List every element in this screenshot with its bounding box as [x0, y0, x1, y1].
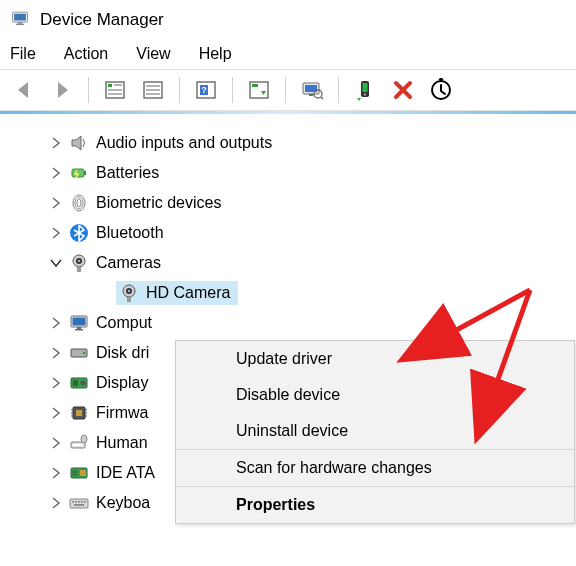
spacer: [96, 285, 112, 301]
tree-label: Disk dri: [96, 344, 149, 362]
svg-rect-43: [77, 327, 81, 329]
svg-rect-69: [78, 501, 80, 503]
disk-icon: [68, 342, 90, 364]
svg-rect-66: [70, 499, 88, 508]
svg-point-35: [78, 260, 80, 262]
update-driver-button[interactable]: [347, 74, 383, 106]
tree-label: Comput: [96, 314, 152, 332]
tree-node-audio[interactable]: Audio inputs and outputs: [0, 128, 576, 158]
svg-rect-71: [84, 501, 86, 503]
chevron-right-icon[interactable]: [48, 195, 64, 211]
tree-label: Audio inputs and outputs: [96, 134, 272, 152]
tree-node-computers[interactable]: Comput: [0, 308, 576, 338]
svg-point-46: [83, 352, 86, 355]
tree-label: HD Camera: [146, 284, 230, 302]
chevron-right-icon[interactable]: [48, 345, 64, 361]
tree-node-hd-camera[interactable]: HD Camera: [0, 278, 576, 308]
chevron-right-icon[interactable]: [48, 315, 64, 331]
camera-icon: [68, 252, 90, 274]
fingerprint-icon: [68, 192, 90, 214]
chip-icon: [68, 402, 90, 424]
tree-label: Firmwa: [96, 404, 148, 422]
toolbar-separator: [179, 77, 180, 103]
gpu-icon: [68, 372, 90, 394]
chevron-right-icon[interactable]: [48, 375, 64, 391]
keyboard-icon: [68, 492, 90, 514]
svg-point-25: [364, 93, 366, 95]
toolbar-separator: [285, 77, 286, 103]
tree-node-batteries[interactable]: Batteries: [0, 158, 576, 188]
cm-properties[interactable]: Properties: [176, 487, 574, 523]
svg-point-49: [81, 381, 86, 386]
tree-node-cameras[interactable]: Cameras: [0, 248, 576, 278]
toolbar-separator: [338, 77, 339, 103]
disable-button[interactable]: [423, 74, 459, 106]
svg-rect-42: [73, 318, 86, 326]
tree-label: Human: [96, 434, 148, 452]
speaker-icon: [68, 132, 90, 154]
svg-point-31: [77, 199, 81, 207]
svg-rect-59: [73, 444, 84, 447]
svg-rect-36: [77, 267, 81, 272]
tree-node-bluetooth[interactable]: Bluetooth: [0, 218, 576, 248]
chevron-right-icon[interactable]: [48, 465, 64, 481]
chevron-right-icon[interactable]: [48, 495, 64, 511]
tree-label: Cameras: [96, 254, 161, 272]
tree-label: Keyboa: [96, 494, 150, 512]
cm-update-driver[interactable]: Update driver: [176, 341, 574, 377]
tree-label: IDE ATA: [96, 464, 155, 482]
svg-rect-51: [76, 410, 82, 416]
menu-action[interactable]: Action: [64, 45, 108, 63]
svg-rect-68: [75, 501, 77, 503]
show-hidden-button[interactable]: [97, 74, 133, 106]
camera-icon: [118, 282, 140, 304]
scan-hardware-button[interactable]: [241, 74, 277, 106]
forward-button[interactable]: [44, 74, 80, 106]
chevron-right-icon[interactable]: [48, 435, 64, 451]
menu-help[interactable]: Help: [199, 45, 232, 63]
menu-view[interactable]: View: [136, 45, 170, 63]
svg-rect-3: [16, 24, 24, 25]
context-menu: Update driver Disable device Uninstall d…: [175, 340, 575, 524]
cm-scan-hardware[interactable]: Scan for hardware changes: [176, 450, 574, 486]
view-button[interactable]: [135, 74, 171, 106]
tree-label: Display: [96, 374, 148, 392]
monitor-button[interactable]: [294, 74, 330, 106]
svg-rect-62: [80, 470, 86, 476]
menu-bar: File Action View Help: [0, 39, 576, 69]
svg-rect-72: [74, 504, 84, 506]
bluetooth-icon: [68, 222, 90, 244]
battery-icon: [68, 162, 90, 184]
help-button[interactable]: ?: [188, 74, 224, 106]
svg-rect-20: [309, 94, 313, 96]
svg-line-22: [321, 97, 323, 99]
svg-rect-17: [252, 84, 258, 87]
chevron-right-icon[interactable]: [48, 405, 64, 421]
svg-rect-27: [72, 169, 84, 177]
svg-rect-70: [81, 501, 83, 503]
uninstall-button[interactable]: [385, 74, 421, 106]
ide-icon: [68, 462, 90, 484]
tree-node-biometric[interactable]: Biometric devices: [0, 188, 576, 218]
svg-rect-24: [363, 83, 368, 92]
tree-label: Biometric devices: [96, 194, 221, 212]
svg-rect-2: [18, 22, 23, 24]
menu-file[interactable]: File: [10, 45, 36, 63]
device-manager-icon: [10, 8, 30, 31]
toolbar: ?: [0, 69, 576, 111]
chevron-down-icon[interactable]: [48, 255, 64, 271]
svg-text:?: ?: [201, 85, 207, 95]
chevron-right-icon[interactable]: [48, 225, 64, 241]
hid-icon: [68, 432, 90, 454]
chevron-right-icon[interactable]: [48, 135, 64, 151]
back-button[interactable]: [6, 74, 42, 106]
chevron-right-icon[interactable]: [48, 165, 64, 181]
svg-rect-40: [127, 297, 131, 302]
svg-rect-5: [108, 84, 112, 87]
svg-rect-44: [75, 329, 83, 331]
tree-label: Bluetooth: [96, 224, 164, 242]
svg-rect-28: [84, 171, 86, 175]
cm-uninstall-device[interactable]: Uninstall device: [176, 413, 574, 449]
cm-disable-device[interactable]: Disable device: [176, 377, 574, 413]
toolbar-separator: [88, 77, 89, 103]
